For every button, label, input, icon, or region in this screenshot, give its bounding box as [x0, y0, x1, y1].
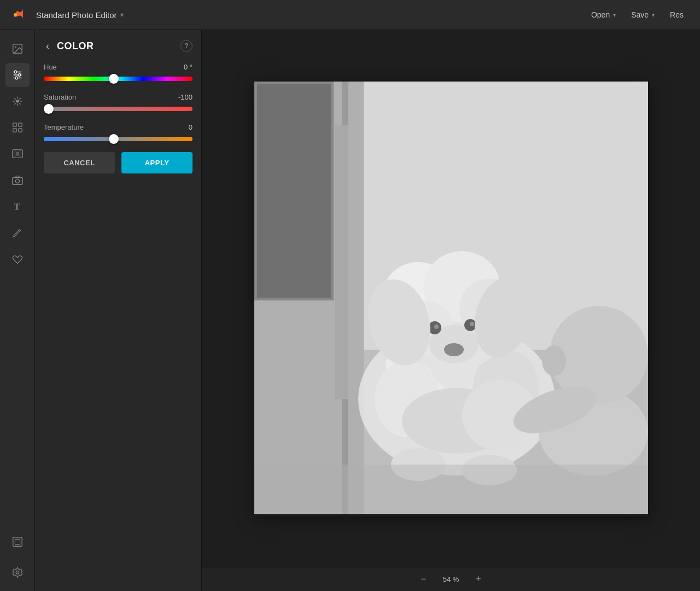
hue-slider-track[interactable]: [44, 77, 192, 81]
back-button[interactable]: ‹: [44, 40, 51, 52]
temperature-slider-thumb[interactable]: [109, 134, 119, 144]
svg-point-8: [18, 74, 21, 77]
svg-rect-72: [364, 82, 648, 514]
reset-button[interactable]: Res: [662, 7, 691, 22]
apply-button[interactable]: APPLY: [121, 152, 192, 173]
saturation-label: Saturation: [44, 93, 76, 101]
camera-tool-button[interactable]: [5, 168, 30, 192]
bottom-bar: − 54 % +: [202, 567, 700, 591]
zoom-level: 54 %: [440, 575, 462, 583]
temperature-label: Temperature: [44, 123, 84, 131]
svg-rect-31: [13, 537, 22, 547]
zoom-in-button[interactable]: +: [471, 572, 486, 587]
svg-line-30: [18, 230, 19, 231]
text-tool-button[interactable]: T: [5, 194, 30, 218]
svg-point-3: [15, 46, 16, 48]
image-tool-button[interactable]: [5, 37, 30, 61]
hue-value: 0 °: [184, 63, 192, 71]
temperature-value: 0: [189, 123, 192, 131]
svg-rect-43: [257, 84, 331, 298]
color-panel: ‹ COLOR ? Hue 0 ° Saturation -100: [35, 30, 202, 591]
svg-rect-32: [15, 539, 20, 544]
canvas-viewport[interactable]: [202, 30, 700, 567]
saturation-slider-thumb[interactable]: [44, 104, 54, 114]
photo-container: [254, 82, 648, 516]
settings-tool-button[interactable]: [5, 560, 30, 584]
zoom-out-button[interactable]: −: [416, 572, 431, 587]
svg-line-15: [19, 103, 21, 105]
svg-rect-27: [12, 177, 22, 184]
panel-content: Hue 0 ° Saturation -100: [35, 59, 201, 152]
svg-point-28: [15, 179, 19, 183]
saturation-slider-group: Saturation -100: [44, 93, 192, 111]
hue-slider-thumb[interactable]: [109, 74, 119, 84]
svg-point-9: [15, 77, 18, 79]
svg-rect-20: [18, 123, 21, 126]
svg-rect-22: [18, 129, 21, 132]
svg-line-16: [14, 103, 16, 105]
hue-slider-group: Hue 0 °: [44, 63, 192, 81]
save-button[interactable]: Save ▾: [623, 7, 662, 22]
save-chevron: ▾: [652, 12, 655, 18]
app-logo: [9, 4, 28, 26]
open-chevron: ▾: [613, 12, 616, 18]
svg-point-33: [16, 571, 19, 574]
svg-rect-26: [16, 152, 19, 155]
svg-rect-19: [13, 123, 16, 126]
svg-point-1: [14, 13, 17, 16]
adjustments-tool-button[interactable]: [5, 63, 30, 87]
photo-image: [254, 82, 648, 514]
cancel-button[interactable]: CANCEL: [44, 152, 115, 173]
panel-buttons: CANCEL APPLY: [35, 152, 201, 184]
brush-tool-button[interactable]: [5, 221, 30, 245]
app-dropdown-chevron[interactable]: ▾: [120, 11, 124, 19]
svg-point-7: [14, 71, 17, 73]
svg-rect-40: [335, 125, 348, 399]
canvas-area: − 54 % +: [202, 30, 700, 591]
svg-point-18: [16, 100, 19, 103]
filmstrip-tool-button[interactable]: [5, 142, 30, 166]
svg-rect-21: [13, 129, 16, 132]
heart-tool-button[interactable]: [5, 247, 30, 271]
panel-header: ‹ COLOR ?: [35, 30, 201, 59]
magic-tool-button[interactable]: [5, 89, 30, 113]
panel-title: COLOR: [57, 40, 175, 52]
hue-label: Hue: [44, 63, 57, 71]
main-area: T ‹: [0, 30, 700, 591]
saturation-slider-track[interactable]: [44, 107, 192, 111]
help-button[interactable]: ?: [180, 40, 192, 52]
saturation-label-row: Saturation -100: [44, 93, 192, 101]
temperature-label-row: Temperature 0: [44, 123, 192, 131]
grid-tool-button[interactable]: [5, 115, 30, 140]
hue-label-row: Hue 0 °: [44, 63, 192, 71]
topbar: Standard Photo Editor ▾ Open ▾ Save ▾ Re…: [0, 0, 700, 30]
open-button[interactable]: Open ▾: [584, 7, 623, 22]
icon-sidebar: T: [0, 30, 35, 591]
svg-line-14: [14, 98, 16, 100]
temperature-slider-track[interactable]: [44, 137, 192, 141]
saturation-value: -100: [178, 93, 192, 101]
frame-tool-button[interactable]: [5, 530, 30, 554]
svg-line-17: [19, 98, 21, 100]
svg-text:T: T: [14, 201, 20, 212]
temperature-slider-group: Temperature 0: [44, 123, 192, 141]
app-name: Standard Photo Editor: [36, 10, 117, 20]
